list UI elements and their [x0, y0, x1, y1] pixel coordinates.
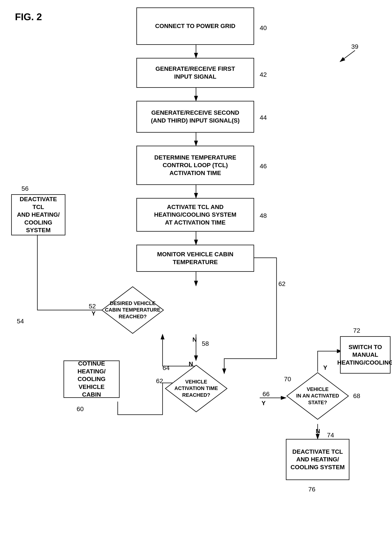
- ref-58: 58: [202, 340, 209, 347]
- diamond-vehicle-activated: VEHICLE IN AN ACTIVATED STATE?: [286, 372, 349, 420]
- ref-56: 56: [21, 185, 29, 192]
- box-deactivate-tcl-left: DEACTIVATE TCL AND HEATING/ COOLING SYST…: [11, 194, 65, 235]
- ref-74: 74: [327, 431, 334, 439]
- ref-52: 52: [89, 303, 96, 310]
- n-label-diamond62-top: N: [189, 360, 193, 367]
- ref-68: 68: [353, 392, 360, 400]
- box-switch-manual: SWITCH TO MANUAL HEATING/COOLING: [340, 336, 391, 374]
- ref-42: 42: [260, 71, 267, 78]
- ref-54: 54: [17, 318, 24, 325]
- box-activate-tcl: ACTIVATE TCL AND HEATING/COOLING SYSTEM …: [136, 198, 254, 232]
- diamond-desired-temp-reached: DESIRED VEHICLE CABIN TEMPERATURE REACHE…: [101, 286, 164, 334]
- y-label-diamond62: Y: [261, 400, 266, 407]
- y-label-diamond52: Y: [91, 310, 95, 317]
- figure-label: FIG. 2: [15, 11, 42, 22]
- ref-40: 40: [260, 24, 267, 32]
- ref-70: 70: [284, 375, 291, 383]
- box-generate-first-signal: GENERATE/RECEIVE FIRST INPUT SIGNAL: [136, 58, 254, 88]
- ref-48: 48: [260, 212, 267, 219]
- n-label-diamond68: N: [316, 428, 320, 435]
- diamond-activation-time: VEHICLE ACTIVATION TIME REACHED?: [164, 364, 228, 413]
- ref-60: 60: [77, 405, 84, 413]
- box-determine-tcl: DETERMINE TEMPERATURE CONTROL LOOP (TCL)…: [136, 146, 254, 185]
- ref-66: 66: [262, 390, 270, 398]
- ref-62: 62: [156, 377, 163, 385]
- ref-76: 76: [308, 486, 315, 493]
- ref-72: 72: [353, 327, 360, 334]
- ref-44: 44: [260, 114, 267, 121]
- box-deactivate-tcl-right: DEACTIVATE TCL AND HEATING/ COOLING SYST…: [286, 439, 349, 480]
- ref-64: 64: [163, 364, 170, 371]
- ref-46: 46: [260, 163, 267, 170]
- y-label-diamond68: Y: [323, 364, 327, 371]
- ref-39: 39: [351, 43, 358, 50]
- n-label-diamond52-bottom: N: [192, 336, 197, 343]
- box-monitor-temperature: MONITOR VEHICLE CABIN TEMPERATURE: [136, 245, 254, 272]
- box-connect-power-grid: CONNECT TO POWER GRID: [136, 7, 254, 45]
- svg-line-11: [340, 50, 355, 62]
- box-continue-heating: COTINUE HEATING/ COOLING VEHICLE CABIN: [64, 360, 120, 398]
- box-generate-second-signal: GENERATE/RECEIVE SECOND (AND THIRD) INPU…: [136, 101, 254, 133]
- ref-50: 62: [278, 280, 286, 287]
